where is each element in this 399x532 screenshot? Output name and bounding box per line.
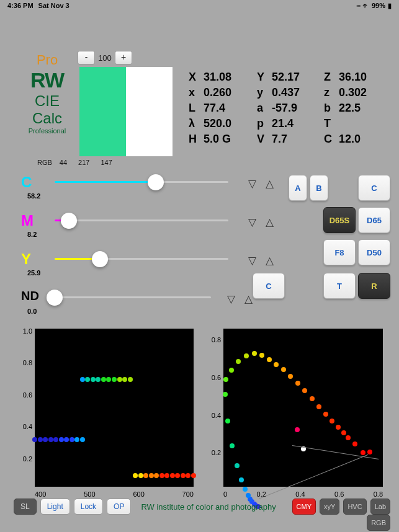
swatch-left: [79, 67, 126, 156]
slider-yellow-up-icon[interactable]: △: [266, 254, 277, 265]
slider-yellow-row: Y 25.9 ▽△: [19, 252, 286, 290]
stepper-minus[interactable]: -: [78, 51, 95, 64]
btn-C[interactable]: C: [253, 273, 285, 299]
title-cie: CIE: [19, 92, 76, 110]
slider-cyan-row: C 58.2 ▽△: [19, 175, 286, 213]
btn-B[interactable]: B: [310, 175, 328, 201]
spectral-plot: 1.0 0.8 0.6 0.4 0.2 400 500 600 700: [12, 324, 194, 500]
btn-xyY[interactable]: xyY: [320, 499, 339, 515]
slider-magenta[interactable]: [55, 219, 228, 221]
plot2-area: [223, 329, 383, 487]
slider-cyan-up-icon[interactable]: △: [266, 177, 277, 188]
slider-yellow-down-icon[interactable]: ▽: [248, 254, 259, 265]
battery-icon: ▮: [388, 2, 392, 10]
value-Z: 36.10: [339, 71, 386, 84]
title-rw: RW: [19, 68, 76, 92]
rgb-g: 217: [78, 159, 89, 166]
slider-magenta-down-icon[interactable]: ▽: [248, 216, 259, 227]
stepper: - 100 +: [78, 51, 132, 64]
battery-percent: 99%: [372, 2, 385, 9]
time: 4:36 PM: [7, 2, 34, 9]
value-b: 22.5: [339, 102, 386, 115]
status-right: ⋯ ᯤ 99% ▮: [357, 2, 392, 10]
label-b: b: [324, 102, 339, 115]
btn-CMY[interactable]: CMY: [292, 499, 316, 515]
label-X: X: [189, 71, 204, 84]
slider-yellow[interactable]: [55, 258, 228, 260]
label-V: V: [257, 133, 272, 146]
illuminant-buttons: A B C D65S D65 F8 D50 C T R: [289, 175, 390, 305]
value-C: 12.0: [339, 133, 386, 146]
value-a: -57.9: [272, 102, 324, 115]
app-title: Pro RW CIE Calc Professional: [19, 52, 76, 135]
btn-R[interactable]: R: [358, 273, 390, 299]
value-Y: 52.17: [272, 71, 324, 84]
slider-cyan-down-icon[interactable]: ▽: [248, 177, 259, 188]
label-p: p: [257, 117, 272, 130]
btn-RGB[interactable]: RGB: [367, 515, 390, 531]
slider-cyan[interactable]: [55, 181, 228, 183]
swatch-right: [126, 67, 173, 156]
rgb-b: 147: [101, 159, 112, 166]
slider-nd[interactable]: [55, 296, 211, 298]
btn-Cill[interactable]: C: [358, 175, 390, 201]
slider-cyan-value: 58.2: [27, 192, 40, 200]
value-y: 0.437: [272, 86, 324, 99]
slider-nd-row: ND 0.0 ▽△: [19, 290, 286, 329]
label-L: L: [189, 102, 204, 115]
value-p: 21.4: [272, 117, 324, 130]
label-y: y: [257, 86, 272, 99]
btn-HVC[interactable]: HVC: [343, 499, 366, 515]
cie-plot: 0.8 0.6 0.4 0.2 0 0.2 0.4 0.6 0.8: [201, 324, 387, 500]
sliders: C 58.2 ▽△ M 8.2 ▽△ Y 25.9 ▽△ ND 0.0 ▽△: [19, 175, 286, 329]
value-V: 7.7: [272, 133, 324, 146]
btn-T[interactable]: T: [323, 273, 356, 299]
label-lambda: λ: [189, 117, 204, 130]
slider-yellow-label: Y: [21, 250, 31, 268]
plot2-yaxis: 0.8 0.6 0.4 0.2: [201, 336, 221, 487]
value-L: 77.4: [204, 102, 257, 115]
slider-yellow-value: 25.9: [27, 269, 40, 277]
label-H: H: [189, 133, 204, 146]
slider-magenta-row: M 8.2 ▽△: [19, 213, 286, 252]
btn-D65S[interactable]: D65S: [323, 207, 356, 233]
btn-OP[interactable]: OP: [107, 499, 131, 515]
rgb-r: 44: [60, 159, 67, 166]
btn-Lab[interactable]: Lab: [370, 499, 390, 515]
status-bar: 4:36 PM Sat Nov 3 ⋯ ᯤ 99% ▮: [0, 0, 399, 11]
btn-D65[interactable]: D65: [358, 207, 390, 233]
plots: 1.0 0.8 0.6 0.4 0.2 400 500 600 700 0.8 …: [12, 324, 387, 500]
footer: SL Light Lock OP RW institute of color a…: [14, 499, 390, 515]
wifi-icon: ⋯ ᯤ: [357, 2, 369, 9]
label-x: x: [189, 86, 204, 99]
plot1-area: [35, 329, 194, 487]
date: Sat Nov 3: [38, 2, 69, 9]
label-C: C: [324, 133, 339, 146]
btn-D50[interactable]: D50: [358, 239, 390, 265]
value-X: 31.08: [204, 71, 257, 84]
readout-grid: X31.08 Y52.17 Z36.10 x0.260 y0.437 z0.30…: [189, 71, 388, 148]
slider-nd-label: ND: [21, 289, 39, 303]
title-pro: Pro: [19, 52, 76, 68]
title-prof: Professional: [19, 127, 76, 135]
btn-A[interactable]: A: [289, 175, 307, 201]
stepper-value: 100: [96, 53, 114, 63]
btn-F8[interactable]: F8: [323, 239, 356, 265]
footer2: RGB: [367, 515, 390, 531]
rgb-readout: RGB 44 217 147: [37, 159, 112, 166]
value-H: 5.0 G: [204, 133, 257, 146]
btn-SL[interactable]: SL: [14, 499, 37, 515]
title-calc: Calc: [19, 110, 76, 127]
slider-nd-down-icon[interactable]: ▽: [227, 293, 238, 304]
label-Z: Z: [324, 71, 339, 84]
slider-cyan-label: C: [21, 174, 32, 191]
stepper-plus[interactable]: +: [115, 51, 132, 64]
value-x: 0.260: [204, 86, 257, 99]
btn-Light[interactable]: Light: [40, 499, 70, 515]
slider-magenta-up-icon[interactable]: △: [266, 216, 277, 227]
btn-Lock[interactable]: Lock: [74, 499, 103, 515]
value-lambda: 520.0: [204, 117, 257, 130]
plot1-yaxis: 1.0 0.8 0.6 0.4 0.2: [12, 327, 32, 487]
label-T: T: [324, 117, 339, 130]
label-z: z: [324, 86, 339, 99]
